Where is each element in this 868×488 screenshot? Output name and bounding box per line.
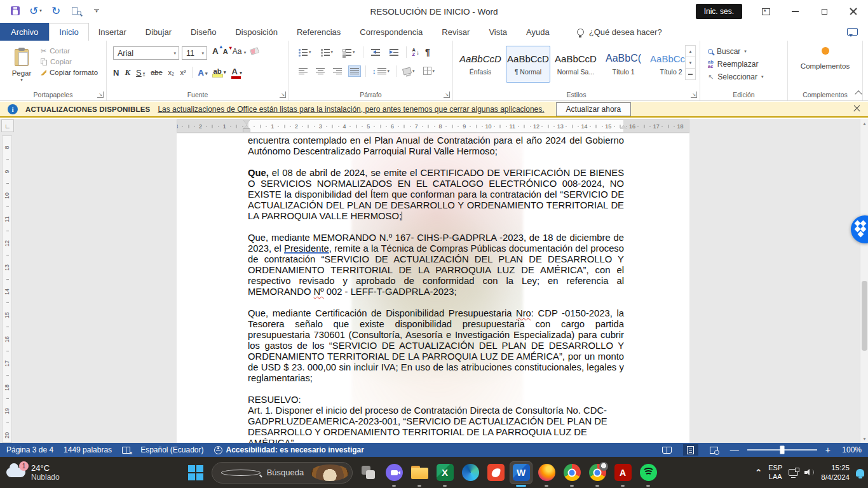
tab-archivo[interactable]: Archivo	[0, 23, 49, 41]
borders-button[interactable]: ▾	[421, 65, 437, 77]
restore-button[interactable]	[810, 0, 839, 23]
close-button[interactable]	[839, 0, 868, 23]
notice-close-icon[interactable]	[853, 104, 862, 113]
accessibility-button[interactable]: Accesibilidad: es necesario investigar	[214, 445, 364, 454]
tab-dibujar[interactable]: Dibujar	[136, 23, 181, 41]
addins-button[interactable]: Complementos	[788, 47, 862, 70]
left-indent-marker[interactable]	[243, 129, 250, 132]
replace-button[interactable]: abacReemplazar	[708, 60, 763, 69]
notice-link[interactable]: Las actualizaciones de Office están list…	[158, 105, 544, 114]
spotify-icon[interactable]	[635, 458, 661, 487]
align-center-button[interactable]	[314, 65, 327, 77]
redo-button[interactable]: ↻	[50, 4, 62, 18]
show-paragraph-marks-button[interactable]: ¶	[425, 47, 430, 57]
foxit-pdf-icon[interactable]	[483, 458, 508, 487]
font-dialog-launcher[interactable]	[280, 92, 286, 98]
decrease-indent-button[interactable]	[369, 46, 382, 58]
underline-button[interactable]: S▾	[136, 68, 145, 78]
firefox-icon[interactable]	[534, 458, 559, 487]
word-icon[interactable]: W	[508, 458, 534, 487]
excel-icon[interactable]: X	[432, 458, 458, 487]
start-button[interactable]	[183, 458, 208, 487]
customize-qat-button[interactable]: ▾	[90, 4, 103, 18]
tell-me-button[interactable]: ¿Qué desea hacer?	[577, 23, 662, 41]
undo-button[interactable]: ↺▾	[29, 4, 42, 18]
font-color-button[interactable]: A ▾	[232, 67, 242, 79]
tab-inicio[interactable]: Inicio	[49, 23, 88, 41]
style-card[interactable]: AaBbCcD¶ Normal	[506, 46, 550, 83]
language-button[interactable]: Español (Ecuador)	[140, 445, 203, 454]
styles-scroll-down-button[interactable]: ▾	[685, 57, 696, 69]
highlight-color-button[interactable]: ab ▾	[213, 67, 226, 78]
explorer-icon[interactable]	[407, 458, 432, 487]
edge-icon[interactable]	[458, 458, 483, 487]
task-view-icon[interactable]	[356, 458, 381, 487]
vertical-scrollbar[interactable]: ▲ ▼	[860, 119, 868, 443]
weather-widget[interactable]: 1 24°C Nublado	[6, 463, 60, 482]
zoom-in-button[interactable]: +	[825, 445, 831, 454]
format-painter-button[interactable]: Copiar formato	[41, 69, 98, 76]
notifications-bell-icon[interactable]	[856, 469, 864, 477]
sort-button[interactable]: AZ↓	[412, 48, 419, 57]
italic-button[interactable]: K	[125, 67, 130, 78]
text-effects-button[interactable]: A▾	[198, 68, 208, 78]
ribbon-display-options-button[interactable]	[751, 0, 780, 23]
tab-disposicion[interactable]: Disposición	[226, 23, 287, 41]
clear-formatting-button[interactable]	[250, 47, 259, 55]
shading-button[interactable]: ▾	[401, 66, 417, 76]
increase-indent-button[interactable]	[388, 46, 400, 58]
subscript-button[interactable]: x₂	[168, 69, 175, 76]
web-layout-button[interactable]	[707, 444, 722, 456]
bullets-button[interactable]: ▾	[297, 46, 313, 58]
style-card[interactable]: AaBbC(Título 1	[601, 46, 646, 83]
align-left-button[interactable]	[297, 65, 309, 77]
shrink-font-button[interactable]: A▾	[223, 48, 228, 55]
tab-ayuda[interactable]: Ayuda	[517, 23, 559, 41]
proofing-button[interactable]: x	[122, 447, 130, 454]
styles-dialog-launcher[interactable]	[691, 92, 697, 98]
page-count[interactable]: Página 3 de 4	[6, 445, 53, 454]
tab-diseno[interactable]: Diseño	[181, 23, 226, 41]
change-case-button[interactable]: Aa ▾	[233, 47, 247, 56]
clock[interactable]: 15:25 8/4/2024	[821, 463, 850, 482]
meet-icon[interactable]	[381, 458, 407, 487]
print-preview-button[interactable]	[70, 4, 83, 18]
superscript-button[interactable]: x²	[180, 69, 186, 76]
language-indicator[interactable]: ESP LAA	[768, 464, 782, 482]
scroll-up-icon[interactable]: ▲	[860, 119, 868, 128]
line-spacing-button[interactable]: ↕▾	[370, 65, 391, 77]
scrollbar-thumb[interactable]	[862, 281, 867, 351]
tab-correspondencia[interactable]: Correspondencia	[350, 23, 432, 41]
tray-overflow-icon[interactable]: ⌃	[755, 468, 762, 477]
save-button[interactable]	[9, 4, 22, 18]
minimize-button[interactable]	[780, 0, 810, 23]
sign-in-button[interactable]: Inic. ses.	[696, 4, 742, 19]
read-mode-button[interactable]	[660, 444, 675, 456]
find-button[interactable]: Buscar▾	[708, 47, 763, 56]
collapse-ribbon-button[interactable]	[856, 90, 862, 95]
clipboard-dialog-launcher[interactable]	[97, 92, 104, 98]
tab-vista[interactable]: Vista	[479, 23, 517, 41]
update-now-button[interactable]: Actualizar ahora	[556, 102, 632, 116]
tab-revisar[interactable]: Revisar	[432, 23, 479, 41]
font-size-select[interactable]: 11▾	[182, 46, 207, 60]
styles-scroll-up-button[interactable]: ▴	[685, 45, 696, 57]
align-right-button[interactable]	[331, 65, 344, 77]
style-card[interactable]: AaBbCcDcÉnfasis	[458, 46, 503, 83]
multilevel-list-button[interactable]: ▾	[341, 46, 357, 58]
chrome-icon[interactable]	[559, 458, 585, 487]
paste-button[interactable]: Pegar ▾	[5, 46, 38, 90]
font-family-select[interactable]: Arial▾	[113, 46, 179, 60]
first-line-indent-marker[interactable]	[243, 120, 250, 125]
zoom-out-button[interactable]: —	[730, 445, 739, 454]
strikethrough-button[interactable]: abe	[151, 69, 162, 76]
network-icon[interactable]	[789, 469, 798, 476]
document-page[interactable]: encuentra contemplado en el Plan Anual d…	[177, 133, 689, 443]
print-layout-button[interactable]	[683, 444, 698, 456]
select-button[interactable]: ↖Seleccionar▾	[708, 72, 763, 81]
zoom-slider-handle[interactable]	[780, 446, 784, 454]
grow-font-button[interactable]: A▴	[212, 46, 219, 56]
paragraph-dialog-launcher[interactable]	[444, 92, 450, 98]
acrobat-icon[interactable]: A	[610, 458, 635, 487]
dropbox-icon[interactable]	[851, 215, 868, 243]
